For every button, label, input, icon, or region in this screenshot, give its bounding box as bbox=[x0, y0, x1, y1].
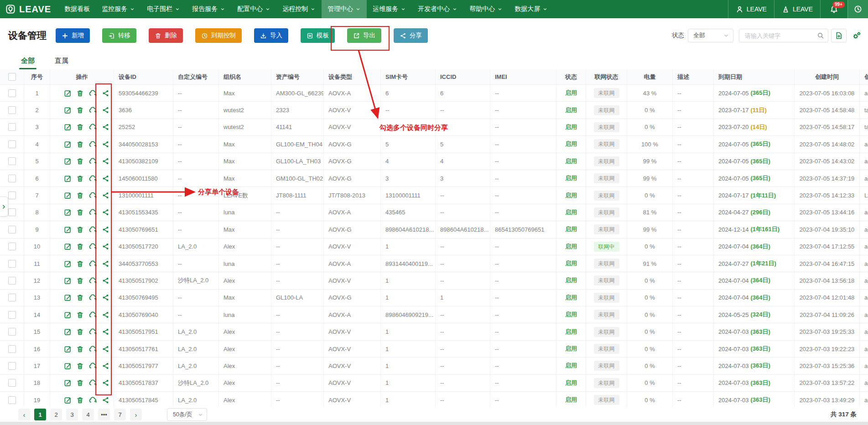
cloud-icon[interactable] bbox=[88, 311, 97, 319]
cloud-icon[interactable] bbox=[88, 191, 97, 200]
page-button-1[interactable]: 1 bbox=[34, 409, 46, 420]
toolbar-button-删除[interactable]: 删除 bbox=[149, 28, 183, 43]
edit-icon[interactable] bbox=[64, 226, 72, 233]
row-checkbox[interactable] bbox=[8, 345, 16, 353]
cloud-icon[interactable] bbox=[88, 225, 97, 234]
row-checkbox[interactable] bbox=[8, 277, 16, 285]
cloud-icon[interactable] bbox=[88, 396, 97, 404]
toolbar-button-分享[interactable]: 分享 bbox=[394, 28, 428, 43]
trash-icon[interactable] bbox=[76, 362, 84, 370]
search-input[interactable] bbox=[744, 32, 817, 40]
cloud-icon[interactable] bbox=[88, 276, 97, 285]
status-filter-select[interactable]: 全部 bbox=[688, 29, 733, 42]
select-all-checkbox[interactable] bbox=[8, 73, 16, 81]
edit-icon[interactable] bbox=[64, 311, 72, 319]
trash-icon[interactable] bbox=[76, 243, 84, 250]
share-icon[interactable] bbox=[102, 328, 109, 336]
bottom-scrollbar[interactable] bbox=[0, 422, 868, 425]
menu-item-电子围栏[interactable]: 电子围栏 bbox=[141, 0, 186, 18]
row-checkbox[interactable] bbox=[8, 192, 16, 199]
row-checkbox[interactable] bbox=[8, 140, 16, 148]
page-button-3[interactable]: 3 bbox=[66, 409, 78, 420]
menu-item-帮助中心[interactable]: 帮助中心 bbox=[463, 0, 509, 18]
trash-icon[interactable] bbox=[76, 396, 84, 404]
cloud-icon[interactable] bbox=[88, 140, 97, 149]
share-icon[interactable] bbox=[102, 89, 109, 97]
menu-item-运维服务[interactable]: 运维服务 bbox=[367, 0, 412, 18]
trash-icon[interactable] bbox=[76, 260, 84, 268]
row-checkbox[interactable] bbox=[8, 311, 16, 319]
toolbar-button-新增[interactable]: 新增 bbox=[56, 28, 90, 43]
share-icon[interactable] bbox=[102, 362, 109, 370]
row-checkbox[interactable] bbox=[8, 362, 16, 370]
share-icon[interactable] bbox=[102, 192, 109, 199]
menu-item-数据看板[interactable]: 数据看板 bbox=[58, 0, 96, 18]
trash-icon[interactable] bbox=[76, 277, 84, 285]
org-menu[interactable]: LEAVE bbox=[774, 0, 820, 18]
share-icon[interactable] bbox=[102, 379, 109, 387]
row-checkbox[interactable] bbox=[8, 379, 16, 387]
share-icon[interactable] bbox=[102, 208, 109, 216]
trash-icon[interactable] bbox=[76, 140, 84, 148]
trash-icon[interactable] bbox=[76, 106, 84, 114]
edit-icon[interactable] bbox=[64, 106, 72, 114]
edit-icon[interactable] bbox=[64, 277, 72, 285]
menu-item-远程控制[interactable]: 远程控制 bbox=[276, 0, 322, 18]
menu-item-监控服务[interactable]: 监控服务 bbox=[96, 0, 141, 18]
share-icon[interactable] bbox=[102, 260, 109, 268]
history-button[interactable] bbox=[847, 0, 868, 18]
menu-item-报告服务[interactable]: 报告服务 bbox=[186, 0, 231, 18]
trash-icon[interactable] bbox=[76, 157, 84, 165]
row-checkbox[interactable] bbox=[8, 208, 16, 216]
edit-icon[interactable] bbox=[64, 396, 72, 404]
edit-icon[interactable] bbox=[64, 379, 72, 387]
row-checkbox[interactable] bbox=[8, 123, 16, 131]
share-icon[interactable] bbox=[102, 311, 109, 319]
settings-button[interactable] bbox=[852, 31, 861, 40]
row-checkbox[interactable] bbox=[8, 328, 16, 336]
share-icon[interactable] bbox=[102, 140, 109, 148]
share-icon[interactable] bbox=[102, 175, 109, 182]
share-icon[interactable] bbox=[102, 277, 109, 285]
menu-item-数据大屏[interactable]: 数据大屏 bbox=[509, 0, 554, 18]
tab-all[interactable]: 全部 bbox=[21, 57, 35, 69]
cloud-icon[interactable] bbox=[88, 345, 97, 353]
magnifier-icon[interactable] bbox=[817, 32, 824, 39]
next-page-button[interactable]: › bbox=[130, 409, 142, 420]
row-checkbox[interactable] bbox=[8, 106, 16, 114]
page-size-select[interactable]: 50条/页 bbox=[167, 408, 207, 421]
trash-icon[interactable] bbox=[76, 226, 84, 233]
edit-icon[interactable] bbox=[64, 243, 72, 250]
row-checkbox[interactable] bbox=[8, 396, 16, 404]
trash-icon[interactable] bbox=[76, 311, 84, 319]
cloud-icon[interactable] bbox=[88, 106, 97, 114]
sidebar-expander-button[interactable] bbox=[0, 197, 8, 217]
trash-icon[interactable] bbox=[76, 208, 84, 216]
cloud-icon[interactable] bbox=[88, 174, 97, 183]
share-icon[interactable] bbox=[102, 396, 109, 404]
trash-icon[interactable] bbox=[76, 192, 84, 199]
toolbar-button-导入[interactable]: 导入 bbox=[254, 28, 288, 43]
row-checkbox[interactable] bbox=[8, 260, 16, 268]
edit-icon[interactable] bbox=[64, 123, 72, 131]
row-checkbox[interactable] bbox=[8, 226, 16, 233]
share-icon[interactable] bbox=[102, 294, 109, 301]
trash-icon[interactable] bbox=[76, 89, 84, 97]
row-checkbox[interactable] bbox=[8, 157, 16, 165]
cloud-icon[interactable] bbox=[88, 293, 97, 302]
row-checkbox[interactable] bbox=[8, 89, 16, 97]
cloud-icon[interactable] bbox=[88, 378, 97, 387]
edit-icon[interactable] bbox=[64, 175, 72, 182]
cloud-icon[interactable] bbox=[88, 242, 97, 251]
edit-icon[interactable] bbox=[64, 345, 72, 353]
row-checkbox[interactable] bbox=[8, 243, 16, 250]
user-menu[interactable]: LEAVE bbox=[728, 0, 774, 18]
edit-icon[interactable] bbox=[64, 89, 72, 97]
edit-icon[interactable] bbox=[64, 140, 72, 148]
share-icon[interactable] bbox=[102, 123, 109, 131]
trash-icon[interactable] bbox=[76, 379, 84, 387]
share-icon[interactable] bbox=[102, 106, 109, 114]
edit-icon[interactable] bbox=[64, 192, 72, 199]
page-button-4[interactable]: 4 bbox=[82, 409, 94, 420]
menu-item-管理中心[interactable]: 管理中心 bbox=[322, 0, 367, 18]
